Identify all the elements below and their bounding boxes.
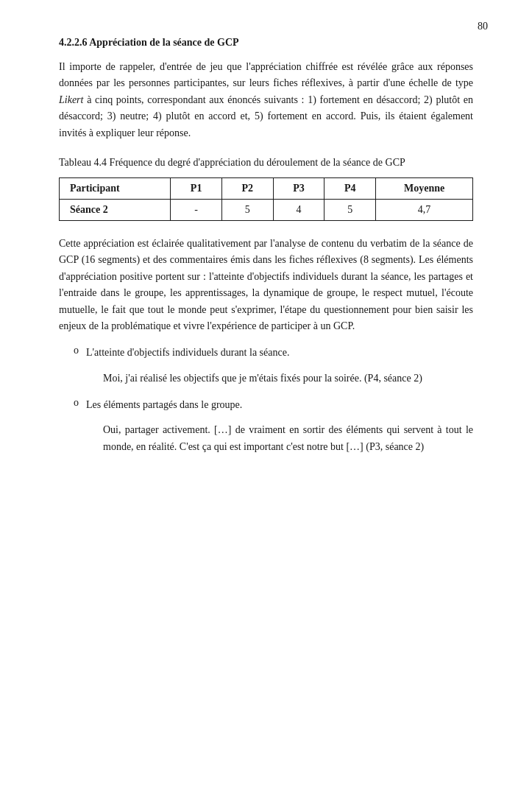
list-item: o L'atteinte d'objectifs individuels dur… bbox=[59, 345, 473, 361]
intro-paragraph: Il importe de rappeler, d'entrée de jeu … bbox=[59, 59, 473, 141]
bullet-label-2: Les éléments partagés dans le groupe. bbox=[86, 397, 242, 413]
table-header-moyenne: Moyenne bbox=[376, 177, 473, 199]
table-cell-p3: 4 bbox=[273, 199, 324, 220]
bullet-list: o L'atteinte d'objectifs individuels dur… bbox=[59, 345, 473, 455]
table-cell-seance: Séance 2 bbox=[60, 199, 171, 220]
table-caption: Tableau 4.4 Fréquence du degré d'appréci… bbox=[59, 155, 473, 170]
page: 80 4.2.2.6 Appréciation de la séance de … bbox=[0, 0, 532, 788]
data-table: Participant P1 P2 P3 P4 Moyenne Séance 2… bbox=[59, 177, 473, 221]
list-item: o Les éléments partagés dans le groupe. bbox=[59, 397, 473, 413]
quote-block-2: Oui, partager activement. […] de vraimen… bbox=[103, 422, 473, 455]
bullet-label-1: L'atteinte d'objectifs individuels duran… bbox=[86, 345, 289, 361]
table-cell-moyenne: 4,7 bbox=[376, 199, 473, 220]
table-header-p2: P2 bbox=[221, 177, 273, 199]
section-heading: 4.2.2.6 Appréciation de la séance de GCP bbox=[59, 37, 473, 49]
table-header-p1: P1 bbox=[171, 177, 222, 199]
table-header-participant: Participant bbox=[60, 177, 171, 199]
table-cell-p2: 5 bbox=[221, 199, 273, 220]
bullet-marker: o bbox=[74, 397, 79, 409]
table-header-p3: P3 bbox=[273, 177, 324, 199]
table-cell-p4: 5 bbox=[324, 199, 376, 220]
analysis-paragraph: Cette appréciation est éclairée qualitat… bbox=[59, 236, 473, 334]
bullet-marker: o bbox=[74, 345, 79, 356]
table-row: Séance 2 - 5 4 5 4,7 bbox=[60, 199, 473, 220]
page-number: 80 bbox=[478, 21, 488, 32]
quote-block-1: Moi, j'ai réalisé les objectifs que je m… bbox=[103, 370, 473, 387]
table-header-p4: P4 bbox=[324, 177, 376, 199]
table-cell-p1: - bbox=[171, 199, 222, 220]
